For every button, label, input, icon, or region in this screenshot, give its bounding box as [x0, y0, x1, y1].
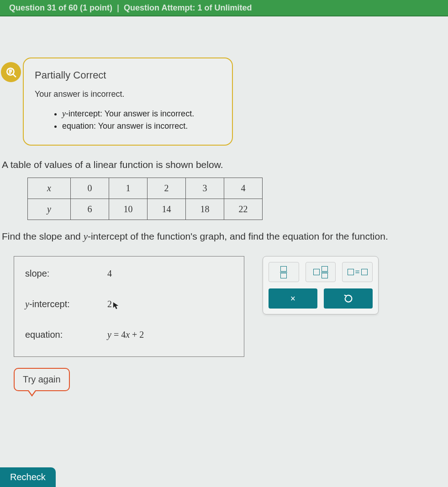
table-row: y 6 10 14 18 22 — [28, 199, 263, 220]
equation-row: equation: y = 4x + 2 — [25, 330, 233, 340]
feedback-item: y-intercept: Your answer is incorrect. — [62, 109, 221, 119]
attempt-counter: Question Attempt: 1 of Unlimited — [124, 3, 252, 13]
instruction-text: Find the slope and y-intercept of the fu… — [2, 231, 434, 242]
feedback-subtitle: Your answer is incorrect. — [35, 89, 221, 99]
recheck-button[interactable]: Recheck — [0, 467, 56, 487]
cursor-icon — [113, 302, 119, 312]
row-label-y: y — [28, 199, 71, 220]
x-cell: 1 — [109, 178, 148, 199]
content-area: Partially Correct Your answer is incorre… — [0, 16, 448, 391]
slope-row: slope: 4 — [25, 268, 233, 279]
yintercept-label: y-intercept: — [25, 299, 107, 309]
undo-button[interactable] — [324, 288, 373, 309]
close-icon: × — [290, 293, 295, 304]
feedback-title: Partially Correct — [35, 69, 221, 81]
x-cell: 0 — [71, 178, 109, 199]
feedback-list: y-intercept: Your answer is incorrect. e… — [62, 109, 221, 131]
slope-value[interactable]: 4 — [107, 268, 112, 279]
status-icon — [1, 62, 21, 82]
table-row: x 0 1 2 3 4 — [28, 178, 263, 199]
feedback-box: Partially Correct Your answer is incorre… — [23, 58, 233, 146]
y-cell: 6 — [71, 199, 109, 220]
yintercept-row: y-intercept: 2 — [25, 299, 233, 309]
values-table: x 0 1 2 3 4 y 6 10 14 18 22 — [27, 178, 263, 220]
svg-line-1 — [13, 74, 16, 77]
equation-template-button[interactable]: = — [342, 262, 373, 282]
clear-button[interactable]: × — [269, 288, 317, 309]
answer-box: slope: 4 y-intercept: 2 equation: y = 4x… — [14, 256, 244, 357]
yintercept-value[interactable]: 2 — [107, 299, 119, 309]
try-again-button[interactable]: Try again — [14, 368, 70, 391]
question-header: Question 31 of 60 (1 point) | Question A… — [0, 0, 448, 16]
math-palette: = × — [263, 256, 379, 314]
answer-and-palette-row: slope: 4 y-intercept: 2 equation: y = 4x… — [14, 256, 439, 357]
mixed-number-button[interactable] — [306, 262, 336, 282]
question-counter: Question 31 of 60 (1 point) — [9, 3, 112, 13]
equation-label: equation: — [25, 330, 107, 340]
try-again-label: Try again — [23, 374, 61, 384]
header-separator: | — [117, 3, 119, 13]
prompt-text: A table of values of a linear function i… — [2, 159, 439, 170]
y-cell: 18 — [186, 199, 224, 220]
feedback-item: equation: Your answer is incorrect. — [62, 121, 221, 131]
y-cell: 22 — [224, 199, 263, 220]
undo-icon — [343, 293, 353, 304]
recheck-label: Recheck — [10, 472, 46, 482]
y-cell: 14 — [148, 199, 186, 220]
fraction-button[interactable] — [269, 262, 299, 282]
row-label-x: x — [28, 178, 71, 199]
equation-value[interactable]: y = 4x + 2 — [107, 330, 144, 340]
x-cell: 4 — [224, 178, 263, 199]
x-cell: 3 — [186, 178, 224, 199]
x-cell: 2 — [148, 178, 186, 199]
y-cell: 10 — [109, 199, 148, 220]
slope-label: slope: — [25, 268, 107, 279]
